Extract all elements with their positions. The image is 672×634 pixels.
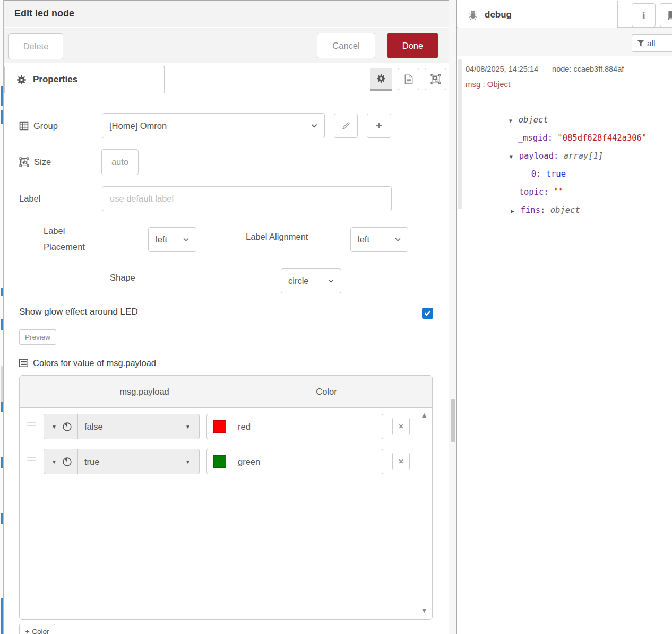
- rail-node-marker: [1, 288, 3, 296]
- glow-effect-label: Show glow effect around LED: [19, 307, 138, 317]
- close-icon: ✕: [398, 423, 403, 430]
- rail-node-marker: [1, 86, 3, 106]
- tab-properties-label: Properties: [33, 74, 77, 85]
- type-dropdown-caret-icon[interactable]: ▼: [51, 424, 57, 430]
- payload-typed-input[interactable]: ▼ true ▼: [44, 449, 200, 474]
- edit-group-button[interactable]: [334, 114, 358, 138]
- remove-row-button[interactable]: ✕: [392, 453, 410, 470]
- debug-message-topic: msg : Object: [466, 80, 510, 89]
- boolean-type-icon: [62, 457, 72, 467]
- add-color-label: Color: [32, 628, 49, 634]
- dialog-title-bar: Edit led node: [4, 1, 449, 27]
- rail-node-marker: [1, 402, 3, 412]
- color-value-field[interactable]: red: [206, 414, 383, 439]
- debug-message: 04/08/2025, 14:25:14 node: ccaeb3ff.884a…: [458, 59, 672, 209]
- rail-node-marker: [1, 319, 3, 330]
- document-icon: [404, 74, 413, 84]
- payload-value: true: [84, 457, 185, 467]
- editor-scrollbar[interactable]: [449, 0, 457, 634]
- label-alignment-label: Label Alignment: [246, 232, 308, 242]
- table-grid-icon: [19, 121, 29, 131]
- properties-view-button[interactable]: [370, 68, 392, 91]
- label-alignment-select[interactable]: left: [350, 227, 408, 252]
- debug-message-meta: 04/08/2025, 14:25:14 node: ccaeb3ff.884a…: [466, 65, 624, 73]
- shape-select-value: circle: [288, 276, 309, 286]
- cancel-button[interactable]: Cancel: [317, 33, 375, 58]
- book-icon: [667, 10, 672, 21]
- debug-sidebar: debug i all 04/08/2025: [457, 0, 672, 634]
- label-input[interactable]: [102, 186, 392, 211]
- rail-node-marker: [1, 110, 3, 124]
- typed-input-divider: [77, 414, 78, 439]
- scroll-down-arrow[interactable]: ▼: [420, 606, 428, 614]
- chevron-down-icon: [311, 124, 317, 128]
- colors-section-title-text: Colors for value of msg.payload: [33, 358, 156, 368]
- size-field-label: Size: [19, 155, 51, 169]
- colors-section-title: Colors for value of msg.payload: [19, 357, 156, 369]
- value-dropdown-caret-icon[interactable]: ▼: [185, 424, 191, 430]
- filter-button[interactable]: all: [632, 34, 672, 52]
- appearance-view-button[interactable]: [425, 68, 446, 90]
- group-select-value: [Home] Omron: [109, 121, 167, 131]
- color-name: green: [238, 457, 260, 467]
- close-icon: ✕: [398, 458, 403, 465]
- typed-input-divider: [77, 449, 78, 474]
- tab-debug[interactable]: debug: [458, 1, 618, 28]
- delete-button[interactable]: Delete: [8, 33, 63, 59]
- workspace-left-rail: [0, 0, 4, 634]
- filter-label: all: [647, 39, 656, 48]
- done-button[interactable]: Done: [387, 33, 438, 58]
- scrollbar-thumb[interactable]: [451, 399, 455, 442]
- label-placement-value: left: [156, 235, 167, 245]
- remove-row-button[interactable]: ✕: [392, 418, 410, 435]
- color-swatch: [213, 455, 226, 468]
- drag-handle[interactable]: [27, 421, 36, 428]
- tab-properties[interactable]: Properties: [4, 66, 165, 93]
- size-auto-button[interactable]: auto: [101, 149, 139, 175]
- chevron-down-icon: [395, 238, 401, 241]
- label-alignment-value: left: [358, 235, 369, 245]
- debug-messages-button[interactable]: [660, 3, 672, 27]
- label-placement-label: Label Placement: [44, 223, 100, 255]
- add-color-button[interactable]: + Color: [19, 624, 55, 634]
- description-view-button[interactable]: [398, 68, 419, 90]
- dialog-button-bar: [4, 28, 449, 63]
- color-swatch: [213, 420, 226, 433]
- preview-button[interactable]: Preview: [19, 329, 56, 345]
- shape-select[interactable]: circle: [281, 268, 341, 293]
- app-root: Edit led node Delete Cancel Done Propert…: [0, 0, 672, 634]
- boolean-type-icon: [62, 422, 72, 432]
- shape-label: Shape: [110, 273, 135, 283]
- chevron-down-icon: [183, 238, 189, 241]
- type-dropdown-caret-icon[interactable]: ▼: [51, 459, 57, 465]
- plus-icon: +: [25, 628, 29, 634]
- value-dropdown-caret-icon[interactable]: ▼: [185, 459, 191, 465]
- node-help-button[interactable]: i: [632, 3, 656, 27]
- tree-type-label: array[1]: [564, 151, 604, 161]
- rail-node-marker: [1, 513, 3, 524]
- payload-typed-input[interactable]: ▼ false ▼: [44, 414, 200, 439]
- tree-line-payload: ▼payload: array[1]: [470, 135, 603, 149]
- rail-node-marker: [1, 598, 3, 634]
- group-select[interactable]: [Home] Omron: [102, 113, 325, 138]
- dialog-title: Edit led node: [14, 8, 74, 19]
- debug-node-id: node: ccaeb3ff.884af: [552, 65, 624, 73]
- list-icon: [19, 359, 28, 367]
- label-label-text: Label: [19, 194, 40, 204]
- drag-handle[interactable]: [27, 456, 36, 463]
- tree-line-root: ▼object: [469, 99, 548, 113]
- gear-icon: [376, 74, 386, 83]
- rail-node-marker: [1, 366, 3, 403]
- glow-effect-checkbox[interactable]: [422, 308, 433, 319]
- expand-toggle-icon[interactable]: ▶: [511, 204, 521, 218]
- color-rule-row: ▼ true ▼ green ✕: [20, 449, 432, 473]
- color-value-field[interactable]: green: [206, 449, 383, 474]
- chevron-down-icon: [328, 279, 334, 283]
- color-rule-row: ▼ false ▼ red ✕: [20, 414, 432, 438]
- label-placement-select[interactable]: left: [148, 227, 196, 252]
- group-label-text: Group: [33, 121, 58, 131]
- debug-toolbar: all: [457, 28, 672, 56]
- add-group-button[interactable]: +: [367, 114, 391, 138]
- payload-value: false: [84, 422, 185, 432]
- label-field-label: Label: [19, 192, 40, 205]
